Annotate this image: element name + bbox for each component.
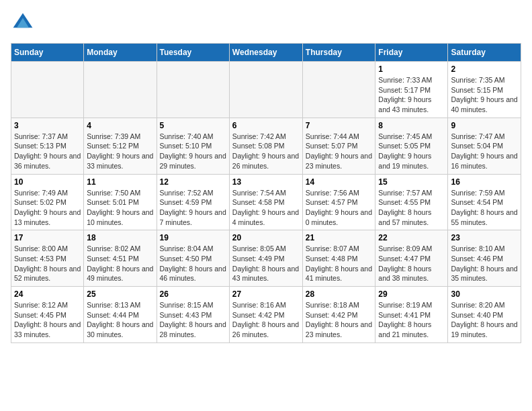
day-info: Sunrise: 8:04 AM Sunset: 4:50 PM Dayligh… <box>160 244 226 283</box>
day-number: 1 <box>378 64 445 74</box>
calendar-day: 2Sunrise: 7:35 AM Sunset: 5:15 PM Daylig… <box>448 62 521 118</box>
day-header-monday: Monday <box>84 44 157 62</box>
calendar-day: 1Sunrise: 7:33 AM Sunset: 5:17 PM Daylig… <box>375 62 448 118</box>
calendar-day: 3Sunrise: 7:37 AM Sunset: 5:13 PM Daylig… <box>11 118 84 174</box>
calendar-day: 25Sunrise: 8:13 AM Sunset: 4:44 PM Dayli… <box>84 287 157 343</box>
calendar-day: 12Sunrise: 7:52 AM Sunset: 4:59 PM Dayli… <box>157 174 229 230</box>
day-info: Sunrise: 8:16 AM Sunset: 4:42 PM Dayligh… <box>232 300 300 340</box>
day-header-friday: Friday <box>375 44 448 62</box>
calendar-day: 17Sunrise: 8:00 AM Sunset: 4:53 PM Dayli… <box>11 230 84 287</box>
calendar-day: 18Sunrise: 8:02 AM Sunset: 4:51 PM Dayli… <box>84 230 157 287</box>
calendar-week-2: 3Sunrise: 7:37 AM Sunset: 5:13 PM Daylig… <box>11 118 521 174</box>
day-number: 10 <box>14 177 81 187</box>
day-header-saturday: Saturday <box>448 44 521 62</box>
day-number: 25 <box>87 289 153 299</box>
day-info: Sunrise: 7:59 AM Sunset: 4:54 PM Dayligh… <box>451 188 518 228</box>
day-number: 17 <box>14 233 81 242</box>
calendar-day: 30Sunrise: 8:20 AM Sunset: 4:40 PM Dayli… <box>448 287 521 343</box>
calendar-day: 7Sunrise: 7:44 AM Sunset: 5:07 PM Daylig… <box>302 118 375 174</box>
day-info: Sunrise: 7:47 AM Sunset: 5:04 PM Dayligh… <box>451 132 518 171</box>
logo-icon <box>11 11 35 35</box>
logo <box>11 11 38 35</box>
day-info: Sunrise: 8:13 AM Sunset: 4:44 PM Dayligh… <box>87 300 153 340</box>
day-info: Sunrise: 8:05 AM Sunset: 4:49 PM Dayligh… <box>232 244 300 283</box>
day-info: Sunrise: 7:50 AM Sunset: 5:01 PM Dayligh… <box>87 188 153 228</box>
calendar-day: 23Sunrise: 8:10 AM Sunset: 4:46 PM Dayli… <box>448 230 521 287</box>
day-info: Sunrise: 7:54 AM Sunset: 4:58 PM Dayligh… <box>232 188 300 228</box>
day-number: 29 <box>378 289 445 299</box>
calendar-day <box>229 62 302 118</box>
page-header <box>11 11 521 35</box>
calendar-day: 15Sunrise: 7:57 AM Sunset: 4:55 PM Dayli… <box>375 174 448 230</box>
calendar-day <box>157 62 229 118</box>
calendar-day: 19Sunrise: 8:04 AM Sunset: 4:50 PM Dayli… <box>157 230 229 287</box>
day-info: Sunrise: 7:42 AM Sunset: 5:08 PM Dayligh… <box>232 132 300 171</box>
day-number: 8 <box>378 121 445 130</box>
day-info: Sunrise: 8:02 AM Sunset: 4:51 PM Dayligh… <box>87 244 153 283</box>
day-number: 3 <box>14 121 81 130</box>
day-number: 28 <box>306 289 373 299</box>
day-info: Sunrise: 8:12 AM Sunset: 4:45 PM Dayligh… <box>14 300 81 340</box>
calendar-day: 4Sunrise: 7:39 AM Sunset: 5:12 PM Daylig… <box>84 118 157 174</box>
calendar-day: 24Sunrise: 8:12 AM Sunset: 4:45 PM Dayli… <box>11 287 84 343</box>
day-number: 23 <box>451 233 518 242</box>
day-number: 5 <box>160 121 226 130</box>
day-number: 7 <box>306 121 373 130</box>
day-number: 11 <box>87 177 153 187</box>
calendar-day: 11Sunrise: 7:50 AM Sunset: 5:01 PM Dayli… <box>84 174 157 230</box>
day-number: 14 <box>306 177 373 187</box>
calendar-day: 13Sunrise: 7:54 AM Sunset: 4:58 PM Dayli… <box>229 174 302 230</box>
day-info: Sunrise: 8:10 AM Sunset: 4:46 PM Dayligh… <box>451 244 518 283</box>
day-info: Sunrise: 7:49 AM Sunset: 5:02 PM Dayligh… <box>14 188 81 228</box>
day-info: Sunrise: 7:33 AM Sunset: 5:17 PM Dayligh… <box>378 75 445 115</box>
day-info: Sunrise: 8:00 AM Sunset: 4:53 PM Dayligh… <box>14 244 81 283</box>
day-info: Sunrise: 8:19 AM Sunset: 4:41 PM Dayligh… <box>378 300 445 340</box>
day-number: 2 <box>451 64 518 74</box>
day-info: Sunrise: 7:37 AM Sunset: 5:13 PM Dayligh… <box>14 132 81 171</box>
day-number: 21 <box>306 233 373 242</box>
day-info: Sunrise: 8:07 AM Sunset: 4:48 PM Dayligh… <box>306 244 373 283</box>
day-info: Sunrise: 8:09 AM Sunset: 4:47 PM Dayligh… <box>378 244 445 283</box>
calendar-day: 22Sunrise: 8:09 AM Sunset: 4:47 PM Dayli… <box>375 230 448 287</box>
day-info: Sunrise: 8:20 AM Sunset: 4:40 PM Dayligh… <box>451 300 518 340</box>
calendar-day: 5Sunrise: 7:40 AM Sunset: 5:10 PM Daylig… <box>157 118 229 174</box>
day-number: 19 <box>160 233 226 242</box>
calendar-week-3: 10Sunrise: 7:49 AM Sunset: 5:02 PM Dayli… <box>11 174 521 230</box>
day-number: 9 <box>451 121 518 130</box>
calendar-day: 8Sunrise: 7:45 AM Sunset: 5:05 PM Daylig… <box>375 118 448 174</box>
day-number: 15 <box>378 177 445 187</box>
calendar-day: 9Sunrise: 7:47 AM Sunset: 5:04 PM Daylig… <box>448 118 521 174</box>
calendar-table: SundayMondayTuesdayWednesdayThursdayFrid… <box>11 43 521 343</box>
day-header-sunday: Sunday <box>11 44 84 62</box>
calendar-day: 28Sunrise: 8:18 AM Sunset: 4:42 PM Dayli… <box>302 287 375 343</box>
calendar-day: 21Sunrise: 8:07 AM Sunset: 4:48 PM Dayli… <box>302 230 375 287</box>
day-info: Sunrise: 7:56 AM Sunset: 4:57 PM Dayligh… <box>306 188 373 228</box>
calendar-day <box>302 62 375 118</box>
day-info: Sunrise: 7:57 AM Sunset: 4:55 PM Dayligh… <box>378 188 445 228</box>
calendar-day: 6Sunrise: 7:42 AM Sunset: 5:08 PM Daylig… <box>229 118 302 174</box>
day-header-tuesday: Tuesday <box>157 44 229 62</box>
day-info: Sunrise: 7:45 AM Sunset: 5:05 PM Dayligh… <box>378 132 445 171</box>
day-info: Sunrise: 7:35 AM Sunset: 5:15 PM Dayligh… <box>451 75 518 115</box>
day-number: 12 <box>160 177 226 187</box>
calendar-day: 10Sunrise: 7:49 AM Sunset: 5:02 PM Dayli… <box>11 174 84 230</box>
day-number: 27 <box>232 289 300 299</box>
day-info: Sunrise: 7:52 AM Sunset: 4:59 PM Dayligh… <box>160 188 226 228</box>
calendar-day <box>84 62 157 118</box>
day-info: Sunrise: 7:40 AM Sunset: 5:10 PM Dayligh… <box>160 132 226 171</box>
day-header-wednesday: Wednesday <box>229 44 302 62</box>
day-number: 30 <box>451 289 518 299</box>
day-number: 24 <box>14 289 81 299</box>
day-number: 26 <box>160 289 226 299</box>
calendar-day: 14Sunrise: 7:56 AM Sunset: 4:57 PM Dayli… <box>302 174 375 230</box>
day-info: Sunrise: 7:44 AM Sunset: 5:07 PM Dayligh… <box>306 132 373 171</box>
day-number: 16 <box>451 177 518 187</box>
day-info: Sunrise: 8:18 AM Sunset: 4:42 PM Dayligh… <box>306 300 373 340</box>
day-number: 13 <box>232 177 300 187</box>
day-number: 22 <box>378 233 445 242</box>
calendar-week-1: 1Sunrise: 7:33 AM Sunset: 5:17 PM Daylig… <box>11 62 521 118</box>
calendar-day: 29Sunrise: 8:19 AM Sunset: 4:41 PM Dayli… <box>375 287 448 343</box>
calendar-day <box>11 62 84 118</box>
calendar-week-4: 17Sunrise: 8:00 AM Sunset: 4:53 PM Dayli… <box>11 230 521 287</box>
calendar-day: 16Sunrise: 7:59 AM Sunset: 4:54 PM Dayli… <box>448 174 521 230</box>
